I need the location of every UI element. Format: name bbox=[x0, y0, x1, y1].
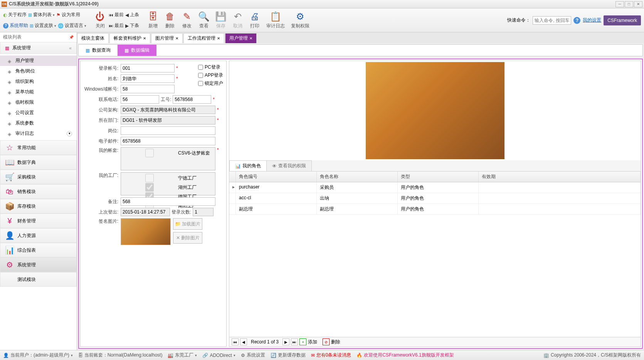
table-row[interactable]: ▸purchaser采购员用户的角色 bbox=[229, 182, 641, 193]
help-icon[interactable]: ? bbox=[573, 17, 580, 24]
setskin-button[interactable]: ⊞设置皮肤▾ bbox=[30, 22, 56, 29]
sidebar-cat[interactable]: 📦库存模块 bbox=[0, 199, 77, 214]
sidebar-cat[interactable]: 🛒采购模块 bbox=[0, 170, 77, 184]
sidebar-item[interactable]: ◈组织架构 bbox=[0, 76, 77, 87]
about-button[interactable]: ◐关于程序 bbox=[3, 12, 27, 18]
set-common-button[interactable]: ⚑设为常用 bbox=[56, 12, 80, 18]
tab[interactable]: 图片管理✕ bbox=[151, 33, 183, 43]
pin-icon[interactable]: 📌 bbox=[69, 35, 74, 39]
first-button[interactable]: ⏮最前 bbox=[109, 12, 124, 18]
sidebar-item[interactable]: ◈用户管理 bbox=[0, 56, 77, 66]
status-factory[interactable]: 🏭 东莞工厂▾ bbox=[168, 352, 197, 358]
nav-prev[interactable]: ◀ bbox=[240, 338, 247, 345]
tab[interactable]: 帐套资料维护✕ bbox=[109, 33, 150, 43]
dept-select[interactable] bbox=[121, 116, 215, 124]
factory-list[interactable]: 宁德工厂湖州工厂德国工厂南阳工厂 bbox=[121, 172, 215, 195]
sidebar-item[interactable]: ◈角色/岗位 bbox=[0, 66, 77, 76]
setlang-button[interactable]: 🌐设置语言▾ bbox=[58, 22, 86, 29]
phone-input[interactable] bbox=[121, 95, 159, 104]
grid-col-code[interactable]: 角色编号 bbox=[236, 172, 317, 182]
sidebar-cat[interactable]: ⚙系统管理 bbox=[0, 257, 77, 272]
last-button[interactable]: ⏭最后 bbox=[109, 22, 124, 29]
add-button[interactable]: 🗄新增 bbox=[148, 11, 158, 29]
sidebar-cat[interactable]: ¥财务管理 bbox=[0, 214, 77, 228]
sidebar-item[interactable]: ◈审计日志▾ bbox=[0, 128, 77, 139]
quick-cmd-input[interactable] bbox=[533, 16, 571, 25]
table-row[interactable]: 副总理副总理用户的角色 bbox=[229, 204, 641, 215]
modify-button[interactable]: ✎修改 bbox=[182, 11, 192, 29]
lastlogin-input bbox=[121, 208, 170, 216]
status-user[interactable]: 👤 当前用户：(admin-超级用户)▾ bbox=[3, 352, 73, 358]
syshelp-button[interactable]: ?系统帮助 bbox=[3, 22, 28, 29]
maximize-button[interactable]: □ bbox=[625, 1, 633, 7]
company-select[interactable] bbox=[121, 106, 215, 114]
sidebar-cat[interactable]: 🛍销售模块 bbox=[0, 184, 77, 199]
nav-record: Record 1 of 3 bbox=[251, 339, 279, 345]
roletab-view[interactable]: 👁 查看我的权限 bbox=[266, 160, 312, 171]
view-button[interactable]: 🔍查看 bbox=[198, 11, 209, 29]
sidebar-cat-sysmgt-top[interactable]: ▦系统管理« bbox=[0, 42, 77, 54]
print-button[interactable]: 🖨打印 bbox=[249, 11, 260, 29]
close-tab-button[interactable]: ⏻关闭 bbox=[95, 11, 106, 29]
tab[interactable]: 用户管理✕ bbox=[225, 33, 257, 43]
nav-first[interactable]: ⏮ bbox=[232, 338, 239, 345]
book-list[interactable]: CSV6-达梦账套 bbox=[121, 147, 215, 170]
sidebar-item[interactable]: ◈菜单功能 bbox=[0, 87, 77, 97]
chk-app[interactable]: APP登录 bbox=[198, 72, 223, 79]
sidebar-cat[interactable]: 👤人力资源 bbox=[0, 228, 77, 243]
window-list-button[interactable]: ⊞窗体列表▾ bbox=[28, 12, 55, 18]
user-photo bbox=[366, 62, 504, 159]
windomain-input[interactable] bbox=[121, 85, 175, 93]
status-refresh[interactable]: 🔄 更新缓存数据 bbox=[271, 352, 306, 358]
close-icon[interactable]: ✕ bbox=[217, 36, 220, 40]
next-button[interactable]: ▶下条 bbox=[125, 22, 139, 29]
minimize-button[interactable]: ─ bbox=[615, 1, 624, 7]
close-icon[interactable]: ✕ bbox=[249, 36, 252, 40]
status-sysset[interactable]: ⚙ 系统设置 bbox=[241, 352, 265, 358]
chk-pc[interactable]: PC登录 bbox=[198, 64, 223, 71]
load-image-button[interactable]: 📁 加载图片 bbox=[173, 218, 202, 230]
remark-input[interactable] bbox=[121, 197, 215, 206]
close-icon[interactable]: ✕ bbox=[175, 36, 178, 40]
close-button[interactable]: ✕ bbox=[634, 1, 642, 7]
audit-button[interactable]: 📋审计日志 bbox=[266, 11, 285, 29]
save-button[interactable]: 💾保存 bbox=[215, 11, 226, 29]
nav-next[interactable]: ▶ bbox=[282, 338, 289, 345]
brand-button[interactable]: CSFramework bbox=[604, 15, 641, 25]
subtab-edit[interactable]: ▦数据编辑 bbox=[118, 45, 156, 56]
sidebar-cat[interactable]: 📊综合报表 bbox=[0, 243, 77, 257]
chk-lock[interactable]: 锁定用户 bbox=[198, 80, 223, 87]
tab[interactable]: 工作流程管理✕ bbox=[183, 33, 224, 43]
tab[interactable]: 模块主窗体 bbox=[77, 33, 109, 43]
email-input[interactable] bbox=[121, 137, 215, 145]
nav-add[interactable]: + bbox=[299, 338, 306, 345]
status-ado[interactable]: 🔗 ADODirect▾ bbox=[202, 353, 235, 358]
name-input[interactable] bbox=[121, 74, 175, 83]
sidebar-item[interactable]: ◈临时权限 bbox=[0, 97, 77, 108]
sidebar-cat[interactable]: 📖数据字典 bbox=[0, 155, 77, 170]
sidebar-item[interactable]: ◈公司设置 bbox=[0, 108, 77, 118]
grid-col-name[interactable]: 角色名称 bbox=[317, 172, 398, 182]
my-settings-link[interactable]: 我的设置 bbox=[583, 17, 601, 24]
subtab-query[interactable]: ▦数据查询 bbox=[79, 45, 118, 56]
close-icon[interactable]: ✕ bbox=[143, 36, 146, 40]
grid-col-type[interactable]: 类型 bbox=[398, 172, 479, 182]
prev-button[interactable]: ◀上条 bbox=[125, 12, 139, 18]
status-msg[interactable]: ✉ 您有0条未读消息 bbox=[311, 352, 351, 358]
delete-button[interactable]: 🗑删除 bbox=[165, 11, 175, 29]
copyperm-button[interactable]: ⚙复制权限 bbox=[291, 11, 309, 29]
post-select[interactable] bbox=[121, 126, 215, 135]
sidebar-item[interactable]: ◈系统参数 bbox=[0, 118, 77, 128]
nav-last[interactable]: ⏭ bbox=[291, 338, 298, 345]
del-image-button[interactable]: ✕ 删除图片 bbox=[173, 232, 202, 244]
status-welcome: 🔥 欢迎使用CSFrameworkV6.1旗舰版开发框架 bbox=[356, 352, 454, 358]
cancel-button[interactable]: ↶取消 bbox=[232, 11, 243, 29]
sidebar-cat[interactable]: ☆常用功能 bbox=[0, 140, 77, 155]
nav-del[interactable]: ⊘ bbox=[323, 338, 330, 345]
login-input[interactable] bbox=[121, 64, 175, 72]
table-row[interactable]: acc-cl出纳用户的角色 bbox=[229, 193, 641, 204]
empno-input[interactable] bbox=[173, 95, 211, 104]
sidebar-cat[interactable]: 测试模块 bbox=[0, 272, 77, 287]
grid-col-expire[interactable]: 有效期 bbox=[479, 172, 641, 182]
roletab-my[interactable]: 📊 我的角色 bbox=[229, 160, 267, 171]
